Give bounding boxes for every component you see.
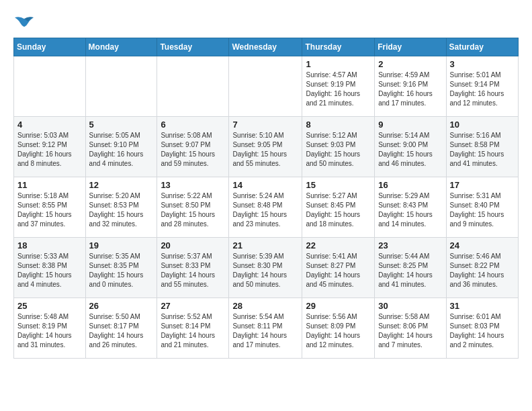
calendar-cell: 23Sunrise: 5:44 AM Sunset: 8:25 PM Dayli… — [375, 237, 446, 298]
calendar-week-row: 18Sunrise: 5:33 AM Sunset: 8:38 PM Dayli… — [14, 237, 519, 298]
day-info: Sunrise: 5:24 AM Sunset: 8:48 PM Dayligh… — [232, 191, 298, 229]
calendar-cell: 3Sunrise: 5:01 AM Sunset: 9:14 PM Daylig… — [446, 56, 518, 116]
day-number: 20 — [161, 240, 225, 250]
calendar-cell: 2Sunrise: 4:59 AM Sunset: 9:16 PM Daylig… — [375, 56, 446, 116]
day-info: Sunrise: 5:29 AM Sunset: 8:43 PM Dayligh… — [378, 191, 442, 229]
day-number: 7 — [232, 120, 298, 130]
calendar-cell: 11Sunrise: 5:18 AM Sunset: 8:55 PM Dayli… — [14, 177, 86, 237]
weekday-header-thursday: Thursday — [302, 38, 375, 56]
logo-text — [13, 13, 34, 31]
calendar-cell: 21Sunrise: 5:39 AM Sunset: 8:30 PM Dayli… — [229, 237, 302, 298]
day-number: 27 — [161, 301, 225, 311]
day-info: Sunrise: 5:27 AM Sunset: 8:45 PM Dayligh… — [306, 191, 371, 229]
day-number: 5 — [89, 120, 154, 130]
calendar-cell: 9Sunrise: 5:14 AM Sunset: 9:00 PM Daylig… — [375, 116, 446, 177]
calendar-week-row: 11Sunrise: 5:18 AM Sunset: 8:55 PM Dayli… — [14, 177, 519, 237]
day-number: 23 — [378, 240, 442, 250]
weekday-header-wednesday: Wednesday — [229, 38, 302, 56]
calendar-cell: 12Sunrise: 5:20 AM Sunset: 8:53 PM Dayli… — [85, 177, 157, 237]
day-info: Sunrise: 5:31 AM Sunset: 8:40 PM Dayligh… — [450, 191, 515, 229]
day-number: 15 — [306, 180, 371, 190]
day-info: Sunrise: 5:50 AM Sunset: 8:17 PM Dayligh… — [89, 312, 154, 350]
calendar-cell: 27Sunrise: 5:52 AM Sunset: 8:14 PM Dayli… — [157, 298, 229, 358]
day-number: 2 — [378, 59, 442, 69]
logo-bird-icon — [15, 16, 34, 31]
calendar-cell: 4Sunrise: 5:03 AM Sunset: 9:12 PM Daylig… — [14, 116, 86, 177]
day-number: 3 — [450, 59, 515, 69]
day-number: 16 — [378, 180, 442, 190]
day-number: 19 — [89, 240, 154, 250]
day-info: Sunrise: 5:54 AM Sunset: 8:11 PM Dayligh… — [232, 312, 298, 350]
calendar-cell: 22Sunrise: 5:41 AM Sunset: 8:27 PM Dayli… — [302, 237, 375, 298]
day-number: 13 — [161, 180, 225, 190]
calendar-header-row: SundayMondayTuesdayWednesdayThursdayFrid… — [14, 38, 519, 56]
day-info: Sunrise: 5:39 AM Sunset: 8:30 PM Dayligh… — [232, 252, 298, 289]
calendar-cell: 7Sunrise: 5:10 AM Sunset: 9:05 PM Daylig… — [229, 116, 302, 177]
day-number: 1 — [306, 59, 371, 69]
day-info: Sunrise: 5:16 AM Sunset: 8:58 PM Dayligh… — [450, 131, 515, 169]
calendar-cell: 16Sunrise: 5:29 AM Sunset: 8:43 PM Dayli… — [375, 177, 446, 237]
calendar-cell: 30Sunrise: 5:58 AM Sunset: 8:06 PM Dayli… — [375, 298, 446, 358]
logo — [13, 13, 34, 31]
day-number: 29 — [306, 301, 371, 311]
day-number: 12 — [89, 180, 154, 190]
day-number: 28 — [232, 301, 298, 311]
calendar-cell: 20Sunrise: 5:37 AM Sunset: 8:33 PM Dayli… — [157, 237, 229, 298]
day-number: 14 — [232, 180, 298, 190]
day-info: Sunrise: 5:12 AM Sunset: 9:03 PM Dayligh… — [306, 131, 371, 169]
day-info: Sunrise: 5:20 AM Sunset: 8:53 PM Dayligh… — [89, 191, 154, 229]
weekday-header-tuesday: Tuesday — [157, 38, 229, 56]
day-number: 22 — [306, 240, 371, 250]
day-info: Sunrise: 5:10 AM Sunset: 9:05 PM Dayligh… — [232, 131, 298, 169]
day-info: Sunrise: 5:44 AM Sunset: 8:25 PM Dayligh… — [378, 252, 442, 289]
day-info: Sunrise: 4:59 AM Sunset: 9:16 PM Dayligh… — [378, 71, 442, 108]
day-number: 18 — [17, 240, 82, 250]
day-number: 30 — [378, 301, 442, 311]
calendar-week-row: 4Sunrise: 5:03 AM Sunset: 9:12 PM Daylig… — [14, 116, 519, 177]
day-number: 6 — [161, 120, 225, 130]
day-info: Sunrise: 5:14 AM Sunset: 9:00 PM Dayligh… — [378, 131, 442, 169]
calendar-cell — [157, 56, 229, 116]
day-number: 17 — [450, 180, 515, 190]
day-info: Sunrise: 5:56 AM Sunset: 8:09 PM Dayligh… — [306, 312, 371, 350]
day-number: 31 — [450, 301, 515, 311]
day-info: Sunrise: 5:52 AM Sunset: 8:14 PM Dayligh… — [161, 312, 225, 350]
day-info: Sunrise: 5:33 AM Sunset: 8:38 PM Dayligh… — [17, 252, 82, 289]
weekday-header-friday: Friday — [375, 38, 446, 56]
calendar-cell: 19Sunrise: 5:35 AM Sunset: 8:35 PM Dayli… — [85, 237, 157, 298]
calendar-week-row: 1Sunrise: 4:57 AM Sunset: 9:19 PM Daylig… — [14, 56, 519, 116]
day-info: Sunrise: 5:08 AM Sunset: 9:07 PM Dayligh… — [161, 131, 225, 169]
day-info: Sunrise: 5:01 AM Sunset: 9:14 PM Dayligh… — [450, 71, 515, 108]
weekday-header-saturday: Saturday — [446, 38, 518, 56]
day-number: 10 — [450, 120, 515, 130]
calendar-cell: 24Sunrise: 5:46 AM Sunset: 8:22 PM Dayli… — [446, 237, 518, 298]
weekday-header-sunday: Sunday — [14, 38, 86, 56]
calendar-cell: 15Sunrise: 5:27 AM Sunset: 8:45 PM Dayli… — [302, 177, 375, 237]
day-info: Sunrise: 5:41 AM Sunset: 8:27 PM Dayligh… — [306, 252, 371, 289]
calendar-cell: 26Sunrise: 5:50 AM Sunset: 8:17 PM Dayli… — [85, 298, 157, 358]
day-info: Sunrise: 5:58 AM Sunset: 8:06 PM Dayligh… — [378, 312, 442, 350]
day-number: 21 — [232, 240, 298, 250]
weekday-header-monday: Monday — [85, 38, 157, 56]
calendar-table: SundayMondayTuesdayWednesdayThursdayFrid… — [13, 38, 519, 359]
calendar-cell: 13Sunrise: 5:22 AM Sunset: 8:50 PM Dayli… — [157, 177, 229, 237]
calendar-cell: 31Sunrise: 6:01 AM Sunset: 8:03 PM Dayli… — [446, 298, 518, 358]
day-number: 26 — [89, 301, 154, 311]
day-info: Sunrise: 5:48 AM Sunset: 8:19 PM Dayligh… — [17, 312, 82, 350]
day-number: 8 — [306, 120, 371, 130]
day-info: Sunrise: 5:05 AM Sunset: 9:10 PM Dayligh… — [89, 131, 154, 169]
calendar-cell: 1Sunrise: 4:57 AM Sunset: 9:19 PM Daylig… — [302, 56, 375, 116]
calendar-cell: 18Sunrise: 5:33 AM Sunset: 8:38 PM Dayli… — [14, 237, 86, 298]
day-info: Sunrise: 5:22 AM Sunset: 8:50 PM Dayligh… — [161, 191, 225, 229]
day-info: Sunrise: 6:01 AM Sunset: 8:03 PM Dayligh… — [450, 312, 515, 350]
calendar-cell: 25Sunrise: 5:48 AM Sunset: 8:19 PM Dayli… — [14, 298, 86, 358]
day-number: 4 — [17, 120, 82, 130]
calendar-cell: 14Sunrise: 5:24 AM Sunset: 8:48 PM Dayli… — [229, 177, 302, 237]
calendar-cell: 5Sunrise: 5:05 AM Sunset: 9:10 PM Daylig… — [85, 116, 157, 177]
calendar-cell: 17Sunrise: 5:31 AM Sunset: 8:40 PM Dayli… — [446, 177, 518, 237]
day-info: Sunrise: 5:46 AM Sunset: 8:22 PM Dayligh… — [450, 252, 515, 289]
calendar-cell — [14, 56, 86, 116]
day-info: Sunrise: 5:18 AM Sunset: 8:55 PM Dayligh… — [17, 191, 82, 229]
calendar-week-row: 25Sunrise: 5:48 AM Sunset: 8:19 PM Dayli… — [14, 298, 519, 358]
day-info: Sunrise: 5:37 AM Sunset: 8:33 PM Dayligh… — [161, 252, 225, 289]
